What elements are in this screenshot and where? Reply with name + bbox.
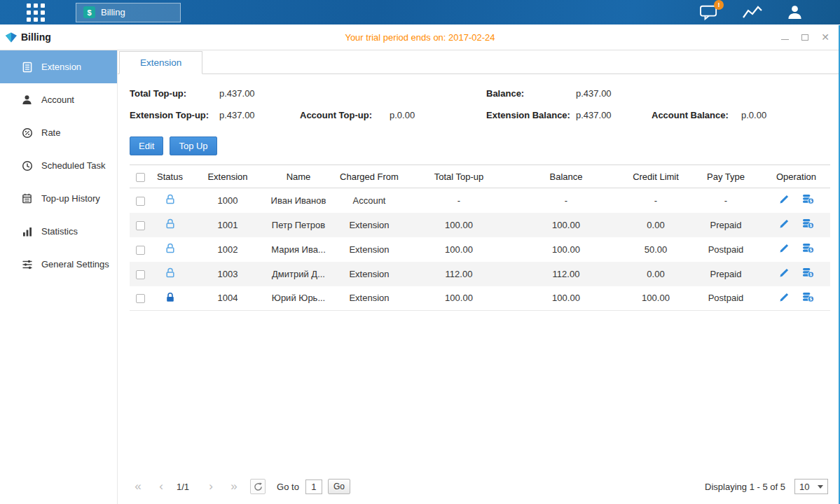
credit-limit-cell: -	[622, 188, 689, 213]
goto-page-input[interactable]	[305, 479, 322, 494]
sidebar-item-extension[interactable]: Extension	[0, 50, 117, 83]
topup-history-icon	[21, 192, 33, 204]
total-topup-cell: 112.00	[408, 262, 510, 286]
statistics-icon	[21, 225, 33, 237]
status-lock-icon[interactable]	[165, 243, 175, 253]
account-topup-field: Account Top-up:p.0.00	[300, 110, 415, 120]
content-area: Extension Total Top-up:p.437.00 Balance:…	[118, 50, 840, 504]
table-row: 1002 Мария Ива... Extension 100.00 100.0…	[130, 237, 830, 262]
close-icon[interactable]: ✕	[820, 32, 830, 42]
balance-cell: 100.00	[510, 213, 622, 237]
extension-cell: 1003	[189, 262, 266, 286]
last-page-icon[interactable]: »	[226, 479, 242, 493]
sidebar-item-label: Account	[41, 94, 74, 105]
maximize-icon[interactable]	[800, 32, 810, 42]
edit-pencil-icon[interactable]	[779, 292, 790, 302]
header-status: Status	[151, 165, 189, 188]
billing-app-icon: $	[83, 6, 95, 18]
go-button[interactable]: Go	[328, 479, 350, 494]
sidebar-item-general-settings[interactable]: General Settings	[0, 248, 117, 281]
header-extension: Extension	[189, 165, 266, 188]
name-cell: Юрий Юрь...	[266, 286, 331, 311]
sidebar-item-scheduled-task[interactable]: Scheduled Task	[0, 149, 117, 182]
table-row: 1001 Петр Петров Extension 100.00 100.00…	[130, 213, 830, 237]
summary-panel: Total Top-up:p.437.00 Balance:p.437.00 E…	[118, 74, 840, 132]
header-total-topup: Total Top-up	[408, 165, 510, 188]
topbar-billing-tab[interactable]: $ Billing	[76, 3, 181, 22]
extension-cell: 1002	[189, 237, 266, 262]
topup-money-icon[interactable]: $	[802, 292, 814, 302]
pay-type-cell: Postpaid	[689, 286, 762, 311]
topup-money-icon[interactable]: $	[802, 194, 814, 204]
svg-text:$: $	[809, 247, 812, 252]
edit-pencil-icon[interactable]	[779, 194, 790, 204]
billing-app-window: $ Billing !	[0, 0, 840, 504]
edit-button[interactable]: Edit	[130, 136, 163, 155]
pagination-bar: « ‹ 1/1 › » Go to Go Displaying 1 - 5 of…	[118, 479, 840, 504]
sidebar-item-topup-history[interactable]: Top-up History	[0, 182, 117, 215]
edit-pencil-icon[interactable]	[779, 267, 790, 278]
sidebar-item-label: Rate	[41, 127, 60, 138]
status-lock-icon[interactable]	[165, 267, 175, 278]
topup-money-icon[interactable]: $	[802, 267, 814, 278]
edit-pencil-icon[interactable]	[779, 218, 790, 229]
total-topup-cell: -	[408, 188, 510, 213]
sidebar-item-account[interactable]: Account	[0, 83, 117, 116]
row-checkbox[interactable]	[136, 197, 145, 206]
pay-type-cell: Postpaid	[689, 237, 762, 262]
operation-cell: $	[779, 218, 814, 229]
table-header-row: Status Extension Name Charged From Total…	[130, 165, 830, 188]
extension-cell: 1001	[189, 213, 266, 237]
status-lock-icon[interactable]	[165, 292, 175, 302]
trial-notice: Your trial period ends on: 2017-02-24	[0, 32, 840, 43]
row-checkbox[interactable]	[136, 294, 145, 303]
page-size-dropdown[interactable]: 10	[794, 479, 828, 494]
chat-icon[interactable]: !	[699, 4, 719, 21]
table-row: 1000 Иван Иванов Account - - - -	[130, 188, 830, 213]
billing-logo-icon	[6, 32, 17, 43]
topbar-right-icons: !	[699, 4, 804, 21]
lock-open-icon	[165, 194, 175, 204]
apps-grid-icon[interactable]	[27, 4, 45, 22]
pay-type-cell: Prepaid	[689, 262, 762, 286]
status-lock-icon[interactable]	[165, 194, 175, 204]
refresh-icon[interactable]	[250, 479, 266, 494]
extension-cell: 1000	[189, 188, 266, 213]
header-balance: Balance	[510, 165, 622, 188]
minimize-icon[interactable]	[780, 32, 790, 42]
chart-icon[interactable]	[742, 4, 763, 21]
total-topup-cell: 100.00	[408, 237, 510, 262]
svg-text:$: $	[809, 296, 812, 301]
select-all-checkbox[interactable]	[136, 173, 145, 182]
table-row: 1003 Дмитрий Д... Extension 112.00 112.0…	[130, 262, 830, 286]
summary-row-2: Extension Top-up:p.437.00 Account Top-up…	[130, 110, 828, 132]
sidebar-item-statistics[interactable]: Statistics	[0, 215, 117, 248]
displaying-info: Displaying 1 - 5 of 5	[705, 482, 785, 492]
top-up-button[interactable]: Top Up	[170, 136, 216, 155]
window-controls: ✕	[780, 32, 830, 42]
edit-pencil-icon[interactable]	[779, 243, 790, 253]
lock-closed-icon	[165, 292, 175, 302]
goto-label: Go to	[277, 482, 299, 492]
topup-money-icon[interactable]: $	[802, 243, 814, 253]
next-page-icon[interactable]: ›	[202, 479, 219, 493]
balance-cell: 100.00	[510, 237, 622, 262]
svg-text:$: $	[809, 199, 812, 204]
row-checkbox[interactable]	[136, 270, 145, 279]
credit-limit-cell: 50.00	[622, 237, 689, 262]
user-icon[interactable]	[786, 4, 804, 20]
prev-page-icon[interactable]: ‹	[153, 479, 170, 493]
topup-money-icon[interactable]: $	[802, 218, 814, 229]
sidebar: Extension Account Rate Scheduled Task	[0, 50, 118, 504]
status-lock-icon[interactable]	[165, 218, 175, 229]
row-checkbox[interactable]	[136, 221, 145, 230]
operation-cell: $	[779, 267, 814, 278]
charged-from-cell: Extension	[331, 262, 408, 286]
extension-table-wrap: Status Extension Name Charged From Total…	[118, 155, 840, 311]
row-checkbox[interactable]	[136, 246, 145, 255]
app-title-text: Billing	[21, 31, 51, 43]
tab-extension[interactable]: Extension	[119, 51, 202, 74]
first-page-icon[interactable]: «	[130, 479, 146, 493]
line-chart-glyph	[742, 4, 763, 21]
sidebar-item-rate[interactable]: Rate	[0, 116, 117, 149]
